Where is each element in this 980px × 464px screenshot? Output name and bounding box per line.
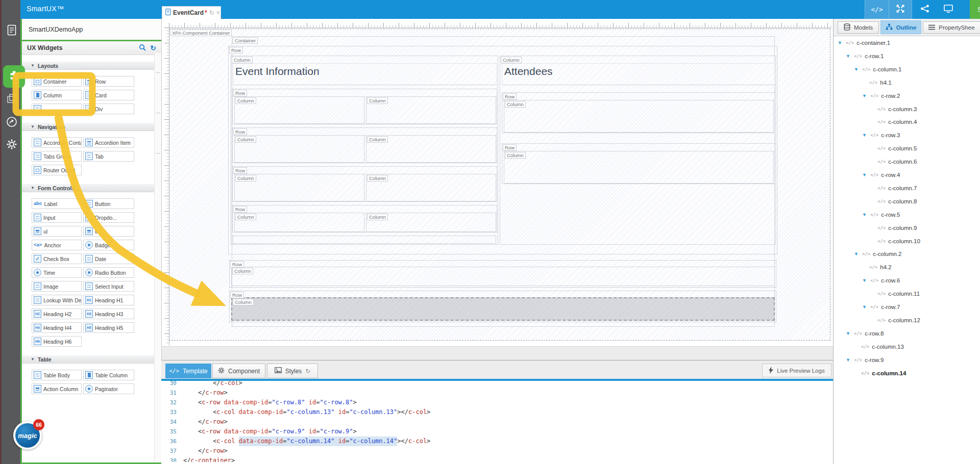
template-code-editor[interactable]: 30</c-col>31</c-row>32<c-row data-comp-i…	[161, 378, 833, 462]
section-header-layouts[interactable]: ▼Layouts	[22, 61, 161, 70]
tree-caret-icon[interactable]: ▼	[862, 133, 868, 138]
tree-caret-icon[interactable]: ▼	[862, 93, 868, 98]
share-arrow-icon[interactable]	[2, 116, 22, 127]
magic-logo[interactable]: magic 66	[13, 421, 42, 450]
widget-tabs-group[interactable]: Tabs Group	[32, 151, 82, 162]
canvas-column-11[interactable]: Column	[504, 100, 774, 133]
widget-date[interactable]: Date	[83, 253, 134, 264]
canvas-container-1[interactable]: Container Row Column Event Information R…	[232, 36, 775, 327]
canvas-column-6[interactable]: Column	[366, 135, 496, 163]
outline-node-c-column-6[interactable]: </>c-column.6	[877, 156, 917, 167]
section-header-table[interactable]: ▼Table	[22, 355, 161, 364]
outline-node-c-row-4[interactable]: ▼</>c-row.4	[862, 169, 900, 181]
widget-ul[interactable]: ul	[32, 226, 82, 237]
widget-li[interactable]: li	[83, 226, 134, 237]
outline-node-c-row-8[interactable]: ▼</>c-row.8	[846, 328, 884, 339]
xpa-component-container[interactable]: XPA Component Container Container Row Co…	[169, 29, 830, 341]
widget-heading-h1[interactable]: H1Heading H1	[83, 295, 134, 305]
widget-check-box[interactable]: ✓Check Box	[32, 253, 82, 264]
widget-action-column[interactable]: Action Column	[32, 383, 82, 394]
tab-outline[interactable]: Outline	[880, 20, 921, 34]
outline-node-c-column-3[interactable]: </>c-column.3	[877, 104, 917, 115]
live-preview-logs-button[interactable]: Live Preview Logs	[762, 364, 831, 377]
widget-radio-button[interactable]: Radio Button	[83, 267, 134, 278]
outline-node-c-row-1[interactable]: ▼</>c-row.1	[846, 50, 884, 62]
widget-image[interactable]: Image	[32, 281, 82, 292]
widget-heading-h6[interactable]: H6Heading H6	[32, 336, 82, 347]
outline-node-c-column-7[interactable]: </>c-column.7	[877, 183, 917, 194]
widget-hidden[interactable]	[32, 104, 82, 114]
widget-container[interactable]: Container	[32, 76, 82, 87]
settings-gear-icon[interactable]	[2, 139, 22, 150]
tree-caret-icon[interactable]: ▼	[862, 304, 868, 310]
tab-styles[interactable]: Styles ↻	[267, 364, 318, 378]
design-canvas[interactable]: XPA Component Container Container Row Co…	[161, 19, 833, 360]
outline-node-c-column-9[interactable]: </>c-column.9	[877, 222, 917, 234]
tree-caret-icon[interactable]: ▼	[846, 54, 851, 59]
tab-models[interactable]: Models	[838, 21, 879, 34]
canvas-row-9[interactable]: Row Column	[229, 291, 776, 322]
widget-table-body[interactable]: Table Body	[32, 370, 82, 380]
widget-div[interactable]: Div	[83, 104, 134, 114]
canvas-column-9[interactable]: Column	[234, 213, 364, 232]
code-view-button[interactable]: </>	[865, 0, 889, 19]
canvas-heading-event-information[interactable]: Event Information	[233, 63, 497, 85]
tab-refresh-icon[interactable]: ↻	[209, 9, 214, 16]
canvas-column-10[interactable]: Column	[366, 213, 496, 232]
outline-node-c-row-2[interactable]: ▼</>c-row.2	[862, 90, 900, 101]
outline-node-h4-2[interactable]: </>h4.2	[869, 262, 892, 273]
pages-icon[interactable]	[2, 93, 22, 104]
widget-column[interactable]: Column	[32, 90, 82, 100]
sidebar-scrollbar[interactable]	[154, 53, 161, 462]
widget-router-outlet[interactable]: Router Outlet	[32, 165, 82, 175]
outline-node-c-row-6[interactable]: ▼</>c-row.6	[862, 275, 900, 286]
widget-accordion-item[interactable]: Accordion Item	[83, 137, 134, 148]
canvas-column-14-selected[interactable]: Column	[231, 297, 775, 321]
tree-caret-icon[interactable]: ▼	[846, 331, 851, 336]
document-icon[interactable]	[2, 24, 22, 36]
widget-tab[interactable]: Tab	[83, 151, 134, 162]
widgets-activity-button[interactable]	[3, 65, 25, 88]
outline-node-c-column-5[interactable]: </>c-column.5	[877, 143, 917, 154]
canvas-row-1[interactable]: Row Column Event Information Row Column …	[228, 46, 777, 254]
outline-node-c-row-3[interactable]: ▼</>c-row.3	[862, 130, 900, 141]
outline-node-c-container-1[interactable]: ▼</>c-container.1	[838, 37, 890, 48]
canvas-row-2[interactable]: Row Column Column	[232, 89, 497, 124]
canvas-column-3[interactable]: Column	[234, 96, 364, 124]
canvas-column-7[interactable]: Column	[234, 174, 364, 201]
app-name-label[interactable]: SmartUXDemoApp	[22, 19, 161, 41]
widget-label[interactable]: abcLabel	[32, 198, 82, 209]
refresh-icon[interactable]: ↻	[150, 44, 156, 52]
widget-input[interactable]: Input	[32, 212, 82, 223]
outline-node-c-row-9[interactable]: ▼</>c-row.9	[846, 354, 884, 366]
tab-component[interactable]: Component	[212, 364, 265, 378]
canvas-row-5[interactable]: Row Column Column	[232, 205, 497, 233]
widget-table-column[interactable]: Table Column	[83, 370, 134, 380]
widget-dropdo[interactable]: Dropdo...	[83, 212, 134, 223]
canvas-column-13[interactable]: Column	[231, 267, 775, 286]
widget-lookup-with-de[interactable]: Lookup With De...	[32, 295, 82, 305]
widget-row[interactable]: Row	[83, 76, 134, 87]
canvas-row-4[interactable]: Row Column Column	[232, 166, 497, 202]
canvas-row-6[interactable]: Row Column	[502, 92, 775, 133]
outline-node-c-column-11[interactable]: </>c-column.11	[877, 288, 920, 299]
section-header-navigation[interactable]: ▼Navigation	[22, 122, 161, 131]
outline-node-h4-1[interactable]: </>h4.1	[869, 77, 892, 88]
tree-caret-icon[interactable]: ▼	[862, 212, 868, 217]
widget-time[interactable]: Time	[32, 267, 82, 278]
tree-caret-icon[interactable]: ▼	[862, 172, 868, 177]
tree-caret-icon[interactable]: ▼	[854, 251, 860, 256]
canvas-column-5[interactable]: Column	[234, 135, 364, 163]
widget-card[interactable]: Card	[83, 90, 134, 100]
outline-node-c-column-12[interactable]: </>c-column.12	[877, 315, 920, 326]
save-button[interactable]: Save	[970, 0, 980, 19]
tree-caret-icon[interactable]: ▼	[854, 67, 860, 72]
tree-caret-icon[interactable]: ▼	[862, 278, 868, 283]
tree-caret-icon[interactable]: ▼	[838, 40, 843, 45]
widget-badge[interactable]: Badge	[83, 240, 134, 250]
widget-accordion-conta[interactable]: Accordion Conta...	[32, 137, 82, 148]
tab-close-icon[interactable]: ×	[216, 9, 220, 16]
search-icon[interactable]	[139, 44, 146, 53]
outline-node-c-row-7[interactable]: ▼</>c-row.7	[862, 301, 900, 313]
widget-anchor[interactable]: <a>Anchor	[32, 240, 82, 250]
